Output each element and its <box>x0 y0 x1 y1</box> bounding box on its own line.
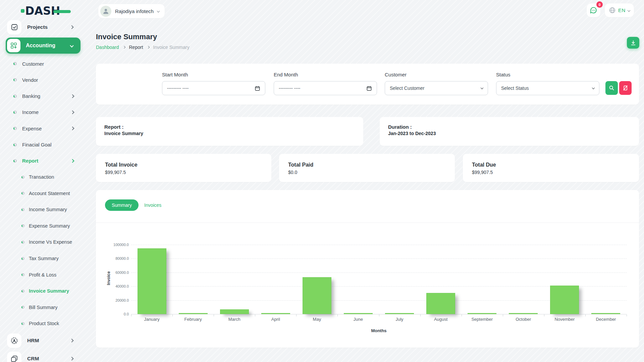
y-tick-label: 0.0 <box>96 312 129 316</box>
bar-april[interactable] <box>261 313 290 314</box>
report-label: Report : <box>104 124 355 130</box>
chevron-down-icon <box>70 44 73 47</box>
sidebar-item-invoice-summary[interactable]: Invoice Summary <box>6 283 80 299</box>
modules-plus-icon <box>10 42 17 49</box>
apply-filter-button[interactable] <box>605 81 618 95</box>
bar-august[interactable] <box>426 293 455 314</box>
breadcrumb-dashboard[interactable]: Dashboard <box>96 45 119 50</box>
x-tick-label: June <box>337 317 379 322</box>
chart-axis-tick <box>255 314 255 316</box>
bullet-icon <box>21 241 24 244</box>
sidebar-item-profit-loss[interactable]: Profit & Loss <box>6 267 80 283</box>
bar-september[interactable] <box>468 313 496 314</box>
tab-invoices[interactable]: Invoices <box>144 202 161 208</box>
customer-select[interactable]: Select Customer <box>385 81 488 95</box>
chat-bubble-icon <box>589 6 598 14</box>
divider <box>96 223 639 223</box>
total-due-label: Total Due <box>472 162 630 168</box>
status-label: Status <box>496 72 599 77</box>
sidebar-item-product-stock[interactable]: Product Stock <box>6 315 80 331</box>
sidebar-item-income-summary[interactable]: Income Summary <box>6 201 80 218</box>
bar-july[interactable] <box>385 313 414 314</box>
sidebar-item-projects[interactable]: Projects <box>6 19 80 35</box>
sidebar-item-accounting[interactable]: Accounting <box>6 38 80 54</box>
bar-march[interactable] <box>220 309 249 314</box>
chart-axis-tick <box>462 314 462 316</box>
sidebar-item-label: Accounting <box>26 43 55 49</box>
bar-october[interactable] <box>509 313 538 314</box>
download-button[interactable] <box>627 37 639 49</box>
reset-filter-button[interactable] <box>619 81 632 95</box>
sidebar-item-vendor[interactable]: Vendor <box>6 72 80 88</box>
bullet-icon <box>21 306 24 309</box>
sidebar-item-label: Income Summary <box>29 207 67 212</box>
sidebar-item-expense[interactable]: Expense <box>6 120 80 136</box>
chart-axis-tick <box>627 314 627 316</box>
status-select[interactable]: Select Status <box>496 81 599 95</box>
sidebar-item-label: Invoice Summary <box>29 288 69 294</box>
y-tick-label: 60000.0 <box>96 270 129 275</box>
bullet-icon <box>21 290 24 293</box>
sidebar-item-finacial-goal[interactable]: Finacial Goal <box>6 137 80 153</box>
sidebar-item-hrm[interactable]: HRM <box>6 333 80 349</box>
bar-may[interactable] <box>303 277 331 314</box>
bar-december[interactable] <box>591 313 620 314</box>
total-due-value: $99,907.5 <box>472 170 630 175</box>
chart-gridline <box>131 273 627 273</box>
sidebar-item-label: CRM <box>27 356 39 362</box>
breadcrumb-current: Invoice Summary <box>153 45 190 50</box>
report-info-card: Report : Invoice Summary <box>96 117 363 146</box>
sidebar-item-bill-summary[interactable]: Bill Summary <box>6 299 80 315</box>
crm-iconbox <box>7 352 21 362</box>
start-month-input[interactable]: --------- ---- <box>162 81 265 95</box>
total-invoice-value: $99,907.5 <box>105 170 262 175</box>
bar-june[interactable] <box>344 313 373 314</box>
total-paid-card: Total Paid $0.0 <box>279 154 455 182</box>
company-selector[interactable]: Rajodiya infotech <box>98 4 165 18</box>
chevron-down-icon <box>157 10 160 12</box>
y-tick-label: 40000.0 <box>96 284 129 288</box>
accounting-iconbox <box>7 39 20 52</box>
x-tick-label: December <box>585 317 627 322</box>
x-tick-label: September <box>461 317 503 322</box>
company-name: Rajodiya infotech <box>115 8 154 14</box>
end-month-placeholder: --------- ---- <box>279 85 301 91</box>
bar-february[interactable] <box>179 313 208 314</box>
language-code: EN <box>618 7 626 13</box>
sidebar-item-expense-summary[interactable]: Expense Summary <box>6 218 80 234</box>
language-selector[interactable]: EN <box>604 3 634 17</box>
user-focus-icon <box>10 337 18 345</box>
chevron-right-icon <box>70 339 73 342</box>
sidebar-item-income-vs-expense[interactable]: Income Vs Expense <box>6 234 80 250</box>
x-tick-label: August <box>420 317 462 322</box>
y-tick-label: 100000.0 <box>96 243 129 247</box>
sidebar-item-crm[interactable]: CRM <box>6 351 80 362</box>
sidebar-item-label: Report <box>22 158 38 164</box>
breadcrumb-report[interactable]: Report <box>129 45 143 50</box>
avatar <box>100 6 111 17</box>
sidebar-item-report[interactable]: Report <box>6 153 80 169</box>
chart-axis-tick <box>585 314 586 316</box>
bar-november[interactable] <box>550 286 579 314</box>
sidebar-item-label: Income <box>22 109 39 115</box>
bar-january[interactable] <box>138 248 166 314</box>
x-tick-label: February <box>172 317 214 322</box>
download-icon <box>630 40 636 46</box>
x-tick-label: November <box>544 317 585 322</box>
sidebar-item-label: Expense Summary <box>29 223 70 229</box>
chart-axis-tick <box>379 314 379 316</box>
sidebar-item-income[interactable]: Income <box>6 104 80 120</box>
sidebar-item-transaction[interactable]: Transaction <box>6 169 80 185</box>
end-month-input[interactable]: --------- ---- <box>274 81 377 95</box>
x-tick-label: January <box>131 317 173 322</box>
messages-button[interactable]: 0 <box>586 3 601 17</box>
clear-filter-icon <box>623 85 628 91</box>
tab-summary[interactable]: Summary <box>105 199 139 211</box>
sidebar-item-label: Customer <box>22 61 44 67</box>
sidebar-item-tax-summary[interactable]: Tax Summary <box>6 250 80 266</box>
chevron-right-icon <box>70 357 73 360</box>
sidebar-item-customer[interactable]: Customer <box>6 56 80 72</box>
sidebar-item-banking[interactable]: Banking <box>6 88 80 104</box>
sidebar-item-account-statement[interactable]: Account Statement <box>6 185 80 201</box>
sidebar-item-label: Transaction <box>29 174 54 180</box>
